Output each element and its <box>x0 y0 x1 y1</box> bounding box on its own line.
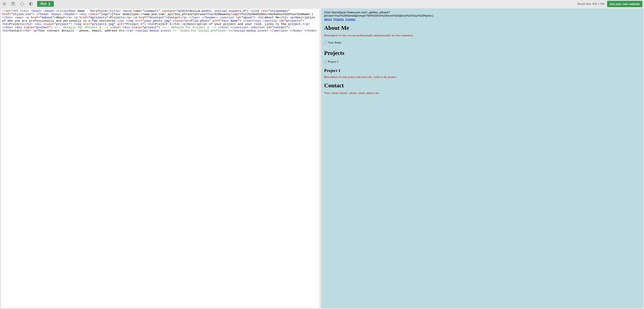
code-token: content= <box>162 9 176 13</box>
code-token: Projects <box>110 16 124 19</box>
code-token <box>288 29 290 32</box>
toolbar-right: Result Size: 825 x 785 Get your own webs… <box>577 1 642 7</box>
run-button-label: Run <box>40 2 46 5</box>
code-token <box>29 9 31 13</box>
code-token: </section> <box>270 29 288 32</box>
about-heading: About Me <box>324 24 640 31</box>
code-token <box>160 9 162 13</box>
code-token: <social-media-icons> <box>135 29 171 32</box>
code-token: </a> <box>124 16 132 19</box>
code-token: <!-- Details for Project 2 --> <box>54 26 108 29</box>
code-token <box>31 29 33 32</box>
code-token: > <box>158 26 160 29</box>
code-token: <a <box>74 16 80 19</box>
code-token <box>72 16 74 19</box>
code-token: </html> <box>304 29 317 32</box>
code-token: Contact <box>168 16 180 19</box>
contact-paragraph: Your contact details - phone, email, add… <box>324 91 640 95</box>
code-token <box>218 16 220 19</box>
code-token: <div <box>80 12 88 16</box>
code-token: </p> <box>126 29 134 32</box>
code-token: </nav> <box>189 16 200 19</box>
preview-header-line1: [Your Name](poe://www.poe.com/_api/key_p… <box>324 11 390 14</box>
nav-link-projects[interactable]: Projects <box>333 17 344 21</box>
code-token <box>121 9 122 13</box>
code-token <box>302 29 304 32</box>
run-button[interactable]: Run ❯ <box>37 1 54 7</box>
code-token: "project" <box>142 26 159 29</box>
preview-nav: About Projects Contact <box>324 17 640 21</box>
code-token <box>216 26 218 29</box>
code-editor[interactable]: <!DOCTYPE html> <html> <head> <title>You… <box>1 8 320 308</box>
code-token <box>261 19 263 23</box>
code-token: <img <box>74 22 83 26</box>
code-token: <div <box>15 26 24 29</box>
code-token: </title> <box>106 9 121 13</box>
code-token: src= <box>83 22 90 26</box>
code-token: <!--Icons for social profiles--> <box>173 29 231 32</box>
code-token: id= <box>279 19 284 23</box>
about-paragraph: Description of who you are professionall… <box>324 34 640 37</box>
code-token: alt= <box>212 19 220 23</box>
code-token: alt= <box>117 22 124 26</box>
code-token: href= <box>80 16 88 19</box>
broken-image-icon: ▞ <box>324 60 327 63</box>
theme-icon[interactable] <box>28 1 34 6</box>
code-token: </h2> <box>24 22 33 26</box>
project1-paragraph: Description of your project and your rol… <box>324 75 640 79</box>
get-website-button[interactable]: Get your own website <box>607 1 642 7</box>
code-token: "viewport" <box>142 9 160 13</box>
code-token <box>72 22 74 26</box>
code-token <box>241 19 243 23</box>
preview-header-text: [Your Name](poe://www.poe.com/_api/key_p… <box>324 11 640 17</box>
code-token: "profile-photo" <box>184 19 211 23</box>
nav-link-about[interactable]: About <box>324 17 332 21</box>
code-token: <section <box>263 19 279 23</box>
menu-icon[interactable] <box>2 1 7 6</box>
code-token: Your contact details - phone, email, add… <box>38 29 126 32</box>
code-token <box>24 16 26 19</box>
code-token: Description of your project and your rol… <box>187 22 302 26</box>
code-token: "logo" <box>99 12 110 16</box>
save-icon[interactable] <box>10 1 16 6</box>
code-token <box>146 22 148 26</box>
code-token: "about" <box>241 16 254 19</box>
code-token: > <box>302 19 304 23</box>
code-token: </h2> <box>22 29 31 32</box>
code-token <box>13 16 15 19</box>
code-token: class= <box>173 19 184 23</box>
code-token <box>52 26 54 29</box>
code-token: <a <box>134 16 139 19</box>
broken-image-profile: ▞ Your Name <box>324 41 342 44</box>
code-token: "Project 1" <box>124 22 144 26</box>
code-token: <header> <box>63 12 78 16</box>
code-token: </p> <box>117 19 124 23</box>
rotate-icon[interactable] <box>19 1 25 6</box>
code-token: <a <box>26 16 31 19</box>
code-token <box>211 19 212 23</box>
code-token: class= <box>44 22 54 26</box>
code-token: </social-media-icons> <box>230 29 268 32</box>
chevron-right-icon: ❯ <box>48 2 50 5</box>
broken-image-project1: ▞ Project 1 <box>324 60 338 63</box>
code-token <box>310 22 312 26</box>
code-token: "project" <box>34 26 51 29</box>
code-token: src= <box>135 19 142 23</box>
code-token: &prompt <box>227 12 240 16</box>
code-token: "your-photo.jpg" <box>142 19 171 23</box>
code-token: > <box>240 19 241 23</box>
code-token: </section> <box>243 19 261 23</box>
code-token: "project" <box>54 22 70 26</box>
code-token: > <box>108 16 110 19</box>
code-token: Project 1 <box>155 22 171 26</box>
main-split: <!DOCTYPE html> <html> <head> <title>You… <box>0 8 644 309</box>
nav-link-contact[interactable]: Contact <box>346 17 356 21</box>
code-token: </div> <box>218 26 229 29</box>
code-token: Your Name - Portfolio <box>69 9 106 13</box>
code-token: "#about" <box>40 16 54 19</box>
code-token: <h2> <box>2 22 9 26</box>
code-token: class= <box>132 26 142 29</box>
code-token: About <box>56 16 65 19</box>
code-token: <p> <box>290 16 296 19</box>
code-token: </div> <box>2 16 13 19</box>
